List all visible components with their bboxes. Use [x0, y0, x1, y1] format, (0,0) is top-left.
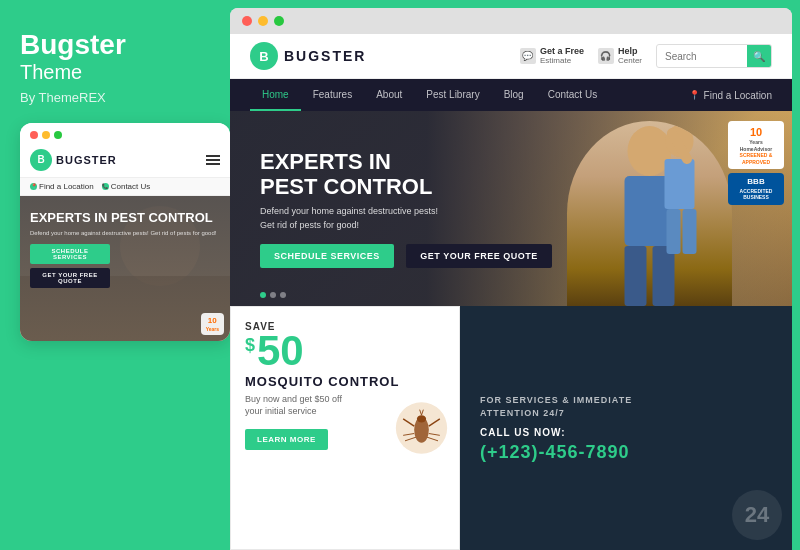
browser-topbar — [230, 8, 792, 34]
mobile-schedule-button[interactable]: SCHEDULE SERVICES — [30, 244, 110, 264]
get-estimate-text: Get a Free Estimate — [540, 47, 584, 66]
nav-pest-library[interactable]: Pest Library — [414, 79, 491, 111]
contact-call-label: CALL US NOW: — [480, 427, 772, 438]
promo-amount: $ 50 — [245, 332, 445, 370]
mobile-dot-green — [54, 131, 62, 139]
left-panel: Bugster Theme By ThemeREX B BUGSTER — [0, 0, 230, 550]
clock-24-icon: 24 — [732, 490, 782, 540]
mobile-info-bar: 📍 Find a Location 📞 Contact Us — [20, 178, 230, 196]
mobile-ha-badge: 10 Years — [201, 313, 224, 335]
learn-more-button[interactable]: LEARN MORE — [245, 429, 328, 450]
promo-title: MOSQUITO CONTROL — [245, 374, 445, 389]
contact-card: FOR SERVICES & IMMEDIATE ATTENTION 24/7 … — [460, 306, 792, 550]
mobile-find-location[interactable]: 📍 Find a Location — [30, 182, 94, 191]
hamburger-line — [206, 155, 220, 157]
contact-us-label: Contact Us — [111, 182, 151, 191]
site-header-right: 💬 Get a Free Estimate 🎧 Help Center 🔍 — [520, 44, 772, 68]
help-center-action[interactable]: 🎧 Help Center — [598, 47, 642, 66]
hero-title: EXPERTS IN PEST CONTROL — [260, 149, 762, 200]
nav-contact-us[interactable]: Contact Us — [536, 79, 609, 111]
mobile-window-controls — [30, 131, 62, 139]
hero-dot-2[interactable] — [270, 292, 276, 298]
browser-window: B BUGSTER 💬 Get a Free Estimate 🎧 Help C… — [230, 8, 792, 550]
search-bar[interactable]: 🔍 — [656, 44, 772, 68]
browser-dot-red — [242, 16, 252, 26]
mobile-logo-text: BUGSTER — [56, 154, 117, 166]
site-nav: Home Features About Pest Library Blog Co… — [230, 79, 792, 111]
svg-point-13 — [417, 415, 426, 422]
mobile-hero: EXPERTS IN PEST CONTROL Defend your home… — [20, 196, 230, 341]
find-location-label: Find a Location — [39, 182, 94, 191]
promo-card: SAVE $ 50 MOSQUITO CONTROL Buy now and g… — [230, 306, 460, 550]
promo-number: 50 — [257, 332, 304, 370]
nav-about[interactable]: About — [364, 79, 414, 111]
headset-icon: 🎧 — [598, 48, 614, 64]
location-icon: 📍 — [689, 90, 700, 100]
contact-label: FOR SERVICES & IMMEDIATE ATTENTION 24/7 — [480, 394, 772, 421]
mobile-quote-button[interactable]: GET YOUR FREE QUOTE — [30, 268, 110, 288]
phone-icon: 📞 — [102, 183, 109, 190]
mobile-dot-red — [30, 131, 38, 139]
site-bottom: SAVE $ 50 MOSQUITO CONTROL Buy now and g… — [230, 306, 792, 550]
promo-dollar: $ — [245, 336, 255, 354]
nav-home[interactable]: Home — [250, 79, 301, 111]
hamburger-line — [206, 159, 220, 161]
mobile-hero-desc: Defend your home against destructive pes… — [30, 229, 220, 237]
site-header: B BUGSTER 💬 Get a Free Estimate 🎧 Help C… — [230, 34, 792, 79]
mobile-dot-yellow — [42, 131, 50, 139]
hamburger-menu[interactable] — [206, 155, 220, 165]
nav-links: Home Features About Pest Library Blog Co… — [250, 79, 609, 111]
contact-phone: (+123)-456-7890 — [480, 442, 772, 463]
hero-dot-1[interactable] — [260, 292, 266, 298]
search-button[interactable]: 🔍 — [747, 44, 771, 68]
chat-icon: 💬 — [520, 48, 536, 64]
site-logo[interactable]: B BUGSTER — [250, 42, 366, 70]
mobile-mockup: B BUGSTER 📍 Find a Location 📞 Contact Us — [20, 123, 230, 341]
hamburger-line — [206, 163, 220, 165]
mobile-hero-title: EXPERTS IN PEST CONTROL — [30, 210, 220, 226]
hero-badge-area: 10 Years HomeAdvisor SCREENED & APPROVED… — [728, 121, 784, 205]
help-center-text: Help Center — [618, 47, 642, 66]
hero-desc: Defend your home against destructive pes… — [260, 205, 762, 232]
brand-by: By ThemeREX — [20, 90, 210, 105]
get-free-quote-button[interactable]: GET YOUR FREE QUOTE — [406, 244, 551, 268]
bbb-badge: BBB ACCREDITED BUSINESS — [728, 173, 784, 204]
nav-find-location[interactable]: 📍 Find a Location — [689, 90, 772, 101]
search-input[interactable] — [657, 51, 747, 62]
browser-content: B BUGSTER 💬 Get a Free Estimate 🎧 Help C… — [230, 34, 792, 550]
nav-blog[interactable]: Blog — [492, 79, 536, 111]
hero-slider-dots — [260, 292, 286, 298]
pin-icon: 📍 — [30, 183, 37, 190]
mobile-top-bar — [20, 123, 230, 143]
mobile-contact-us[interactable]: 📞 Contact Us — [102, 182, 151, 191]
site-hero: EXPERTS IN PEST CONTROL Defend your home… — [230, 111, 792, 306]
mobile-header: B BUGSTER — [20, 143, 230, 178]
get-estimate-action[interactable]: 💬 Get a Free Estimate — [520, 47, 584, 66]
hero-dot-3[interactable] — [280, 292, 286, 298]
site-logo-text: BUGSTER — [284, 48, 366, 64]
browser-dot-yellow — [258, 16, 268, 26]
brand-title: Bugster — [20, 30, 210, 61]
brand-subtitle: Theme — [20, 61, 210, 84]
hero-content: EXPERTS IN PEST CONTROL Defend your home… — [260, 149, 762, 269]
mosquito-icon — [394, 401, 449, 456]
mobile-logo: B BUGSTER — [30, 149, 117, 171]
site-logo-icon: B — [250, 42, 278, 70]
nav-features[interactable]: Features — [301, 79, 364, 111]
schedule-services-button[interactable]: SCHEDULE SERVICES — [260, 244, 394, 268]
hero-buttons: SCHEDULE SERVICES GET YOUR FREE QUOTE — [260, 244, 762, 268]
browser-dot-green — [274, 16, 284, 26]
mobile-logo-icon: B — [30, 149, 52, 171]
homeadvisor-badge: 10 Years HomeAdvisor SCREENED & APPROVED — [728, 121, 784, 169]
